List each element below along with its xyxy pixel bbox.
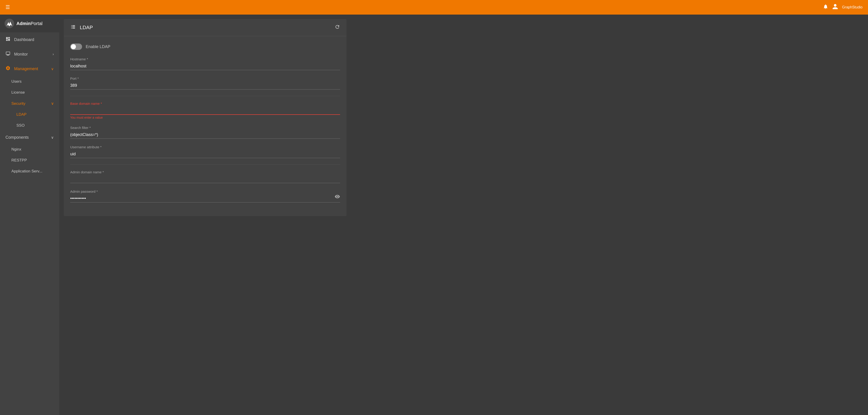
port-label: Port *: [70, 76, 340, 80]
sidebar-item-security[interactable]: Security ∨: [0, 98, 59, 109]
sidebar: AdminPortal Dashboard Monitor ›: [0, 14, 59, 415]
sidebar-item-management[interactable]: Management ∨: [0, 62, 59, 76]
sidebar-item-label: Monitor: [14, 52, 28, 57]
admin-password-label: Admin password *: [70, 189, 340, 194]
ldap-card: LDAP Enable LDAP: [64, 19, 346, 216]
sidebar-item-label: Users: [11, 79, 22, 84]
sidebar-item-label: LDAP: [17, 112, 26, 117]
sidebar-item-label: Management: [14, 67, 38, 71]
sidebar-item-nginx[interactable]: Nginx: [0, 144, 59, 155]
sidebar-item-label: SSO: [17, 123, 25, 128]
sidebar-item-restpp[interactable]: RESTPP: [0, 155, 59, 166]
ldap-title-icon: [70, 24, 76, 31]
enable-ldap-row: Enable LDAP: [70, 43, 340, 50]
card-body: Enable LDAP Hostname * Port * Base domai…: [64, 36, 346, 216]
base-domain-group: Base domain name * You must enter a valu…: [70, 102, 340, 119]
sidebar-item-dashboard[interactable]: Dashboard: [0, 32, 59, 47]
base-domain-input[interactable]: [70, 107, 340, 115]
sidebar-item-label: Security: [11, 101, 25, 106]
enable-ldap-toggle[interactable]: [70, 43, 82, 50]
dashboard-icon: [5, 36, 10, 43]
card-title: LDAP: [70, 24, 93, 31]
password-visibility-toggle[interactable]: [335, 194, 340, 201]
sidebar-item-license[interactable]: License: [0, 87, 59, 98]
admin-domain-group: Admin domain name *: [70, 170, 340, 183]
management-icon: [5, 66, 10, 72]
card-title-text: LDAP: [80, 25, 93, 31]
logo-text: AdminPortal: [17, 21, 42, 26]
port-group: Port *: [70, 76, 340, 90]
monitor-icon: [5, 51, 10, 58]
chevron-right-icon: ›: [53, 52, 54, 56]
hostname-input[interactable]: [70, 62, 340, 70]
port-input[interactable]: [70, 82, 340, 90]
chevron-down-icon: ∨: [51, 67, 54, 71]
admin-domain-input[interactable]: [70, 175, 340, 183]
content-area: LDAP Enable LDAP: [59, 14, 868, 415]
admin-domain-label: Admin domain name *: [70, 170, 340, 174]
username-attr-input[interactable]: [70, 150, 340, 158]
hostname-group: Hostname *: [70, 57, 340, 70]
sidebar-item-users[interactable]: Users: [0, 76, 59, 87]
svg-point-0: [5, 19, 14, 28]
base-domain-error: You must enter a value: [70, 116, 340, 119]
sidebar-item-label: Application Serv...: [11, 169, 42, 174]
top-header: ☰ GraphStudio: [0, 0, 868, 14]
sidebar-item-label: Components: [5, 135, 29, 140]
sidebar-item-label: Nginx: [11, 147, 21, 152]
admin-password-input[interactable]: [70, 195, 340, 203]
search-filter-label: Search filter *: [70, 126, 340, 130]
bell-icon[interactable]: [823, 4, 828, 11]
main-layout: AdminPortal Dashboard Monitor ›: [0, 14, 868, 415]
card-header: LDAP: [64, 19, 346, 36]
sidebar-item-components[interactable]: Components ∨: [0, 131, 59, 144]
sidebar-item-label: License: [11, 90, 25, 95]
divider-1: [70, 96, 340, 96]
toggle-thumb: [71, 44, 76, 49]
sidebar-item-monitor[interactable]: Monitor ›: [0, 47, 59, 62]
sidebar-item-ldap[interactable]: LDAP: [0, 109, 59, 120]
base-domain-label: Base domain name *: [70, 102, 340, 105]
sidebar-logo: AdminPortal: [0, 14, 59, 32]
refresh-icon[interactable]: [335, 24, 340, 31]
account-icon[interactable]: [832, 3, 838, 11]
search-filter-group: Search filter *: [70, 126, 340, 139]
header-left: ☰: [5, 4, 10, 10]
chevron-down-icon: ∨: [51, 101, 54, 106]
hostname-label: Hostname *: [70, 57, 340, 61]
username-attr-label: Username attribute *: [70, 145, 340, 149]
search-filter-input[interactable]: [70, 131, 340, 139]
sidebar-item-label: Dashboard: [14, 37, 34, 42]
chevron-down-icon: ∨: [51, 135, 54, 140]
user-name: GraphStudio: [842, 5, 863, 9]
enable-ldap-label: Enable LDAP: [86, 44, 110, 49]
admin-password-group: Admin password *: [70, 189, 340, 203]
password-wrap: [70, 195, 340, 203]
sidebar-item-label: RESTPP: [11, 158, 27, 163]
header-right: GraphStudio: [823, 3, 863, 11]
username-attr-group: Username attribute *: [70, 145, 340, 158]
hamburger-icon[interactable]: ☰: [5, 4, 10, 10]
sidebar-item-appserver[interactable]: Application Serv...: [0, 166, 59, 177]
sidebar-item-sso[interactable]: SSO: [0, 120, 59, 131]
